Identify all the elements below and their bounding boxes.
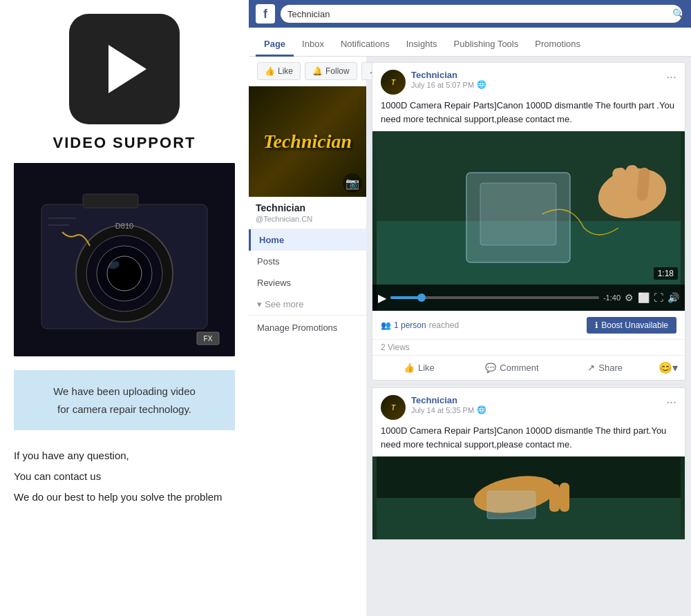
reach-text-1: 👥 1 person reached: [381, 320, 459, 330]
post-author-1[interactable]: Technician: [411, 70, 661, 80]
tab-notifications[interactable]: Notifications: [332, 32, 398, 57]
tab-inbox[interactable]: Inbox: [294, 32, 332, 57]
play-button-1[interactable]: ▶: [378, 291, 386, 305]
post-reach-1: 👥 1 person reached ℹ Boost Unavailable: [372, 311, 685, 339]
right-panel: f 🔍 Page Inbox Notifications Insights Pu…: [249, 0, 691, 616]
share-icon: ↗: [587, 363, 595, 373]
sidebar-manage-promotions[interactable]: Manage Promotions: [249, 315, 366, 340]
post-meta-1: Technician July 16 at 5:07 PM 🌐: [411, 70, 661, 89]
globe-icon-1: 🌐: [477, 80, 486, 89]
like-button[interactable]: 👍 Like: [257, 62, 301, 80]
sidebar-item-posts[interactable]: Posts: [249, 251, 366, 272]
post-card-1: T Technician July 16 at 5:07 PM 🌐 ··· 10…: [372, 62, 685, 381]
post-comment-button-1[interactable]: 💬 Comment: [466, 357, 559, 378]
video-thumbnail-2: [372, 456, 685, 539]
people-icon: 👥: [381, 320, 391, 330]
post-action-more-1[interactable]: 😊▾: [652, 357, 685, 378]
follow-button[interactable]: 🔔 Follow: [305, 62, 357, 80]
reactions-icon: 😊▾: [659, 361, 678, 374]
camera-icon: 📷: [343, 173, 362, 193]
info-box: We have been uploading video for camera …: [14, 370, 235, 430]
post-video-1[interactable]: 1:18 ▶ -1:40 ⚙ ⬜ ⛶ 🔊: [372, 131, 685, 311]
svg-rect-7: [83, 194, 138, 208]
video-control-icons-1: ⚙ ⬜ ⛶ 🔊: [625, 292, 679, 303]
left-panel: VIDEO SUPPORT D810 FX: [0, 0, 249, 616]
views-count-1: 2 Views: [372, 339, 685, 355]
play-icon: [108, 45, 146, 93]
fb-content: 👍 Like 🔔 Follow ↗ Share ··· Technician 📷…: [249, 57, 691, 616]
post-actions-1: 👍 Like 💬 Comment ↗ Share 😊▾: [372, 355, 685, 380]
sidebar-menu: Home Posts Reviews ▾ See more: [249, 229, 366, 315]
tab-insights[interactable]: Insights: [398, 32, 446, 57]
facebook-logo: f: [256, 4, 275, 23]
video-support-title: VIDEO SUPPORT: [53, 134, 196, 152]
post-author-2[interactable]: Technician: [411, 395, 661, 405]
contact-text2: You can contact us: [14, 466, 235, 487]
video-progress-1[interactable]: [390, 296, 599, 299]
post-avatar-2: T: [381, 395, 406, 420]
page-handle: @Technician.CN: [249, 215, 366, 229]
comment-icon: 💬: [485, 363, 496, 373]
search-icon: 🔍: [672, 8, 684, 19]
settings-icon[interactable]: ⚙: [625, 292, 634, 303]
contact-text3: We do our best to help you solve the pro…: [14, 487, 235, 508]
sidebar-item-see-more[interactable]: ▾ See more: [249, 293, 366, 315]
camera-image: D810 FX: [14, 163, 235, 356]
svg-rect-24: [549, 484, 560, 512]
fullscreen-icon[interactable]: ⛶: [654, 292, 663, 303]
post-meta-2: Technician July 14 at 5:35 PM 🌐: [411, 395, 661, 414]
sidebar-item-reviews[interactable]: Reviews: [249, 272, 366, 293]
svg-rect-26: [487, 491, 536, 519]
page-cover: Technician 📷: [249, 86, 366, 197]
page-action-bar: 👍 Like 🔔 Follow ↗ Share ···: [249, 57, 366, 86]
svg-text:D810: D810: [115, 222, 133, 230]
tab-page[interactable]: Page: [256, 32, 294, 57]
post-header-1: T Technician July 16 at 5:07 PM 🌐 ···: [372, 63, 685, 99]
post-like-button-1[interactable]: 👍 Like: [372, 357, 466, 378]
search-input[interactable]: [281, 5, 682, 23]
svg-point-5: [107, 256, 142, 291]
svg-rect-16: [480, 183, 556, 245]
globe-icon-2: 🌐: [477, 405, 486, 414]
post-date-1: July 16 at 5:07 PM 🌐: [411, 80, 661, 89]
page-name: Technician: [249, 197, 366, 215]
post-more-button-1[interactable]: ···: [666, 70, 676, 84]
text-block: If you have any question, You can contac…: [14, 439, 235, 514]
follow-bell-icon: 🔔: [312, 66, 323, 76]
volume-icon[interactable]: 🔊: [668, 292, 679, 303]
post-video-2[interactable]: [372, 456, 685, 539]
post-text-1: 1000D Camera Repair Parts]Canon 1000D di…: [372, 99, 685, 131]
facebook-topbar: f 🔍: [249, 0, 691, 28]
tab-publishing-tools[interactable]: Publishing Tools: [446, 32, 527, 57]
fb-sidebar: 👍 Like 🔔 Follow ↗ Share ··· Technician 📷…: [249, 57, 366, 616]
info-line2: for camera repair technology.: [23, 401, 225, 418]
boost-button-1[interactable]: ℹ Boost Unavailable: [587, 317, 676, 334]
time-badge-1: 1:18: [654, 267, 678, 280]
video-thumbnail-1: [372, 131, 685, 311]
tab-promotions[interactable]: Promotions: [527, 32, 589, 57]
post-more-button-2[interactable]: ···: [666, 395, 676, 410]
page-cover-name: Technician: [263, 131, 352, 153]
post-text-2: 1000D Camera Repair Parts]Canon 1000D di…: [372, 424, 685, 456]
post-card-2: T Technician July 14 at 5:35 PM 🌐 ··· 10…: [372, 387, 685, 540]
video-time-remaining-1: -1:40: [603, 293, 621, 302]
expand-icon[interactable]: ⬜: [638, 292, 650, 303]
sidebar-item-home[interactable]: Home: [249, 229, 366, 251]
video-icon-box: [69, 14, 180, 124]
contact-text1: If you have any question,: [14, 445, 235, 466]
post-date-2: July 14 at 5:35 PM 🌐: [411, 405, 661, 414]
fb-feed[interactable]: T Technician July 16 at 5:07 PM 🌐 ··· 10…: [366, 57, 691, 616]
like-icon: 👍: [404, 363, 415, 373]
like-thumb-icon: 👍: [265, 66, 275, 76]
info-line1: We have been uploading video: [23, 383, 225, 401]
info-icon: ℹ: [595, 320, 598, 330]
video-controls-1[interactable]: ▶ -1:40 ⚙ ⬜ ⛶ 🔊: [372, 285, 685, 311]
post-avatar-1: T: [381, 70, 406, 95]
post-header-2: T Technician July 14 at 5:35 PM 🌐 ···: [372, 388, 685, 424]
facebook-nav: Page Inbox Notifications Insights Publis…: [249, 28, 691, 57]
svg-rect-25: [560, 483, 569, 512]
svg-text:FX: FX: [204, 335, 213, 343]
chevron-down-icon: ▾: [257, 299, 262, 309]
video-progress-dot-1: [417, 293, 426, 302]
post-share-button-1[interactable]: ↗ Share: [558, 357, 652, 378]
